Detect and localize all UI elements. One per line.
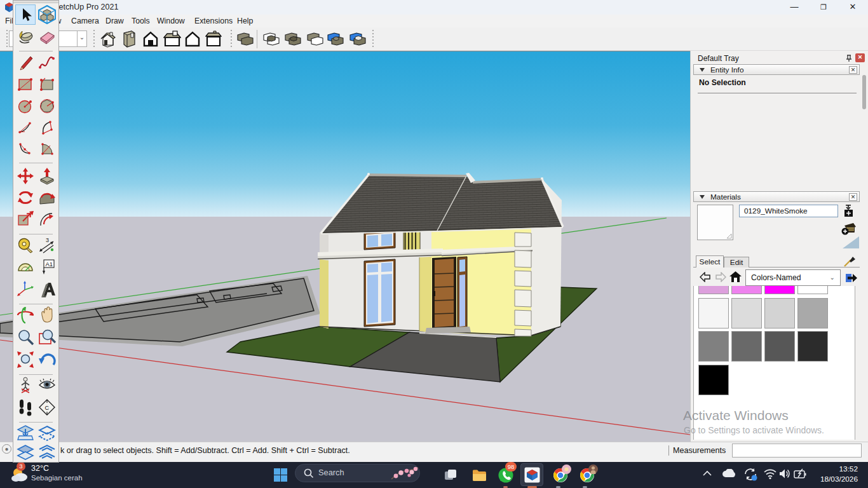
svg-text:3: 3 xyxy=(46,237,49,243)
svg-text:C: C xyxy=(45,405,50,411)
svg-text:A1: A1 xyxy=(46,261,53,268)
